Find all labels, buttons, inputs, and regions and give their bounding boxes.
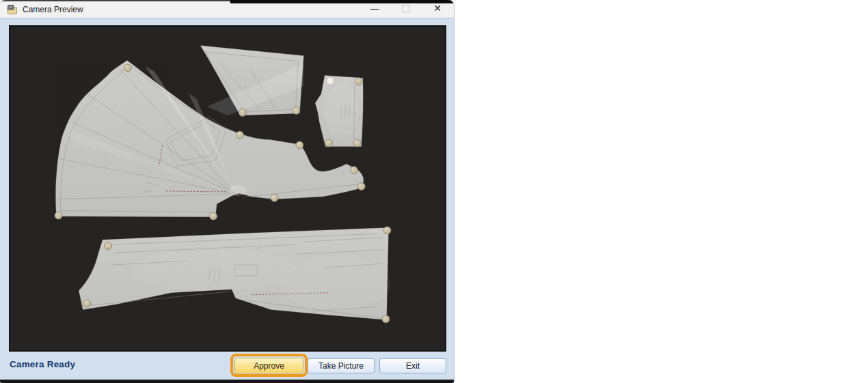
camera-preview-window: Camera Preview — ✕: [0, 0, 454, 383]
top-edge-strip-right: [230, 0, 454, 3]
camera-icon: [7, 4, 18, 15]
exit-button[interactable]: Exit: [379, 358, 446, 373]
take-picture-button[interactable]: Take Picture: [308, 358, 375, 373]
window-title: Camera Preview: [23, 5, 83, 14]
approve-button[interactable]: Approve: [234, 358, 303, 373]
camera-preview-image: [9, 25, 446, 352]
bottom-edge-strip: [0, 380, 454, 383]
preview-canvas: [10, 27, 445, 350]
status-text: Camera Ready: [10, 359, 75, 369]
maximize-icon: [402, 5, 409, 12]
top-edge-strip-left: [0, 0, 230, 1]
